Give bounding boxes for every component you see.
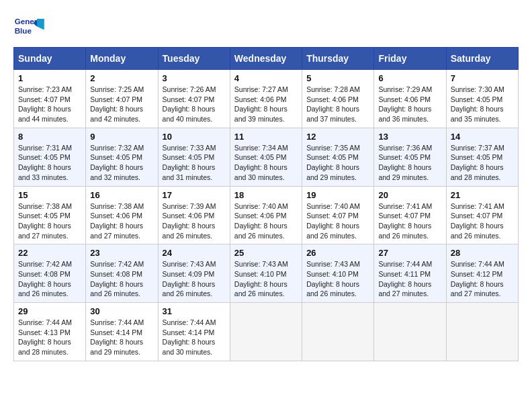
- day-detail: Sunrise: 7:40 AMSunset: 4:06 PMDaylight:…: [234, 201, 298, 241]
- calendar-cell: 4Sunrise: 7:27 AMSunset: 4:06 PMDaylight…: [230, 70, 302, 128]
- day-detail: Sunrise: 7:26 AMSunset: 4:07 PMDaylight:…: [163, 85, 226, 124]
- day-number: 30: [90, 306, 153, 316]
- day-number: 2: [90, 73, 153, 83]
- day-number: 8: [18, 132, 81, 142]
- day-number: 26: [306, 248, 369, 258]
- day-detail: Sunrise: 7:43 AMSunset: 4:09 PMDaylight:…: [163, 259, 226, 299]
- calendar-cell: 15Sunrise: 7:38 AMSunset: 4:05 PMDayligh…: [14, 186, 86, 244]
- calendar-cell: 16Sunrise: 7:38 AMSunset: 4:06 PMDayligh…: [86, 186, 158, 244]
- day-detail: Sunrise: 7:33 AMSunset: 4:05 PMDaylight:…: [163, 143, 226, 183]
- day-detail: Sunrise: 7:37 AMSunset: 4:05 PMDaylight:…: [451, 143, 514, 183]
- day-number: 28: [451, 248, 514, 258]
- day-number: 27: [378, 248, 441, 258]
- logo-icon: General Blue: [13, 13, 47, 40]
- calendar-cell: 28Sunrise: 7:44 AMSunset: 4:12 PMDayligh…: [446, 244, 518, 303]
- day-number: 23: [90, 248, 153, 258]
- calendar-cell: [302, 303, 374, 361]
- day-number: 13: [378, 132, 441, 142]
- calendar-cell: 23Sunrise: 7:42 AMSunset: 4:08 PMDayligh…: [86, 244, 158, 303]
- day-detail: Sunrise: 7:25 AMSunset: 4:07 PMDaylight:…: [90, 85, 153, 124]
- calendar-cell: 8Sunrise: 7:31 AMSunset: 4:05 PMDaylight…: [14, 128, 86, 186]
- day-detail: Sunrise: 7:28 AMSunset: 4:06 PMDaylight:…: [306, 85, 369, 124]
- calendar-cell: [446, 303, 518, 361]
- calendar-week-row: 1Sunrise: 7:23 AMSunset: 4:07 PMDaylight…: [14, 70, 519, 128]
- calendar-cell: 21Sunrise: 7:41 AMSunset: 4:07 PMDayligh…: [446, 186, 518, 244]
- calendar-header-row: SundayMondayTuesdayWednesdayThursdayFrid…: [14, 48, 519, 70]
- day-detail: Sunrise: 7:32 AMSunset: 4:05 PMDaylight:…: [90, 143, 153, 183]
- calendar-header-sunday: Sunday: [14, 48, 86, 70]
- day-detail: Sunrise: 7:40 AMSunset: 4:07 PMDaylight:…: [306, 201, 369, 241]
- day-detail: Sunrise: 7:41 AMSunset: 4:07 PMDaylight:…: [378, 201, 441, 241]
- calendar-cell: 24Sunrise: 7:43 AMSunset: 4:09 PMDayligh…: [158, 244, 230, 303]
- calendar-cell: 12Sunrise: 7:35 AMSunset: 4:05 PMDayligh…: [302, 128, 374, 186]
- calendar-cell: 26Sunrise: 7:43 AMSunset: 4:10 PMDayligh…: [302, 244, 374, 303]
- calendar-cell: 18Sunrise: 7:40 AMSunset: 4:06 PMDayligh…: [230, 186, 302, 244]
- page-header: General Blue: [13, 13, 519, 40]
- day-number: 7: [451, 73, 514, 83]
- calendar-cell: 9Sunrise: 7:32 AMSunset: 4:05 PMDaylight…: [86, 128, 158, 186]
- day-detail: Sunrise: 7:29 AMSunset: 4:06 PMDaylight:…: [378, 85, 441, 124]
- day-number: 5: [306, 73, 369, 83]
- calendar-cell: 7Sunrise: 7:30 AMSunset: 4:05 PMDaylight…: [446, 70, 518, 128]
- calendar-week-row: 8Sunrise: 7:31 AMSunset: 4:05 PMDaylight…: [14, 128, 519, 186]
- calendar-cell: 17Sunrise: 7:39 AMSunset: 4:06 PMDayligh…: [158, 186, 230, 244]
- calendar-cell: 3Sunrise: 7:26 AMSunset: 4:07 PMDaylight…: [158, 70, 230, 128]
- calendar-header-monday: Monday: [86, 48, 158, 70]
- day-number: 17: [163, 190, 226, 200]
- day-number: 21: [451, 190, 514, 200]
- calendar-cell: 31Sunrise: 7:44 AMSunset: 4:14 PMDayligh…: [158, 303, 230, 361]
- calendar-table: SundayMondayTuesdayWednesdayThursdayFrid…: [13, 47, 519, 361]
- calendar-cell: 6Sunrise: 7:29 AMSunset: 4:06 PMDaylight…: [374, 70, 446, 128]
- calendar-cell: 1Sunrise: 7:23 AMSunset: 4:07 PMDaylight…: [14, 70, 86, 128]
- day-number: 11: [234, 132, 298, 142]
- svg-marker-2: [37, 19, 44, 30]
- day-detail: Sunrise: 7:44 AMSunset: 4:11 PMDaylight:…: [378, 259, 441, 299]
- day-detail: Sunrise: 7:44 AMSunset: 4:12 PMDaylight:…: [451, 259, 514, 299]
- day-number: 16: [90, 190, 153, 200]
- day-number: 4: [234, 73, 298, 83]
- day-detail: Sunrise: 7:38 AMSunset: 4:05 PMDaylight:…: [18, 201, 81, 241]
- day-number: 9: [90, 132, 153, 142]
- calendar-cell: 20Sunrise: 7:41 AMSunset: 4:07 PMDayligh…: [374, 186, 446, 244]
- calendar-header-wednesday: Wednesday: [230, 48, 302, 70]
- calendar-week-row: 22Sunrise: 7:42 AMSunset: 4:08 PMDayligh…: [14, 244, 519, 303]
- calendar-cell: 13Sunrise: 7:36 AMSunset: 4:05 PMDayligh…: [374, 128, 446, 186]
- day-number: 12: [306, 132, 369, 142]
- svg-text:Blue: Blue: [15, 26, 32, 35]
- day-number: 15: [18, 190, 81, 200]
- day-number: 19: [306, 190, 369, 200]
- calendar-cell: 2Sunrise: 7:25 AMSunset: 4:07 PMDaylight…: [86, 70, 158, 128]
- day-number: 10: [163, 132, 226, 142]
- day-detail: Sunrise: 7:43 AMSunset: 4:10 PMDaylight:…: [306, 259, 369, 299]
- day-detail: Sunrise: 7:44 AMSunset: 4:14 PMDaylight:…: [90, 318, 153, 357]
- day-detail: Sunrise: 7:43 AMSunset: 4:10 PMDaylight:…: [234, 259, 298, 299]
- calendar-cell: 19Sunrise: 7:40 AMSunset: 4:07 PMDayligh…: [302, 186, 374, 244]
- day-number: 3: [163, 73, 226, 83]
- day-number: 22: [18, 248, 81, 258]
- calendar-cell: 25Sunrise: 7:43 AMSunset: 4:10 PMDayligh…: [230, 244, 302, 303]
- calendar-header-saturday: Saturday: [446, 48, 518, 70]
- day-number: 31: [163, 306, 226, 316]
- day-detail: Sunrise: 7:23 AMSunset: 4:07 PMDaylight:…: [18, 85, 81, 124]
- day-detail: Sunrise: 7:38 AMSunset: 4:06 PMDaylight:…: [90, 201, 153, 241]
- day-detail: Sunrise: 7:42 AMSunset: 4:08 PMDaylight:…: [90, 259, 153, 299]
- calendar-cell: 30Sunrise: 7:44 AMSunset: 4:14 PMDayligh…: [86, 303, 158, 361]
- calendar-cell: 27Sunrise: 7:44 AMSunset: 4:11 PMDayligh…: [374, 244, 446, 303]
- day-detail: Sunrise: 7:31 AMSunset: 4:05 PMDaylight:…: [18, 143, 81, 183]
- day-number: 25: [234, 248, 298, 258]
- calendar-header-friday: Friday: [374, 48, 446, 70]
- calendar-header-tuesday: Tuesday: [158, 48, 230, 70]
- calendar-week-row: 29Sunrise: 7:44 AMSunset: 4:13 PMDayligh…: [14, 303, 519, 361]
- logo: General Blue: [13, 13, 47, 40]
- calendar-cell: 22Sunrise: 7:42 AMSunset: 4:08 PMDayligh…: [14, 244, 86, 303]
- day-detail: Sunrise: 7:36 AMSunset: 4:05 PMDaylight:…: [378, 143, 441, 183]
- day-detail: Sunrise: 7:44 AMSunset: 4:13 PMDaylight:…: [18, 318, 81, 357]
- calendar-cell: 5Sunrise: 7:28 AMSunset: 4:06 PMDaylight…: [302, 70, 374, 128]
- day-detail: Sunrise: 7:39 AMSunset: 4:06 PMDaylight:…: [163, 201, 226, 241]
- calendar-cell: 11Sunrise: 7:34 AMSunset: 4:05 PMDayligh…: [230, 128, 302, 186]
- calendar-header-thursday: Thursday: [302, 48, 374, 70]
- day-number: 14: [451, 132, 514, 142]
- calendar-cell: 29Sunrise: 7:44 AMSunset: 4:13 PMDayligh…: [14, 303, 86, 361]
- day-number: 18: [234, 190, 298, 200]
- calendar-cell: [230, 303, 302, 361]
